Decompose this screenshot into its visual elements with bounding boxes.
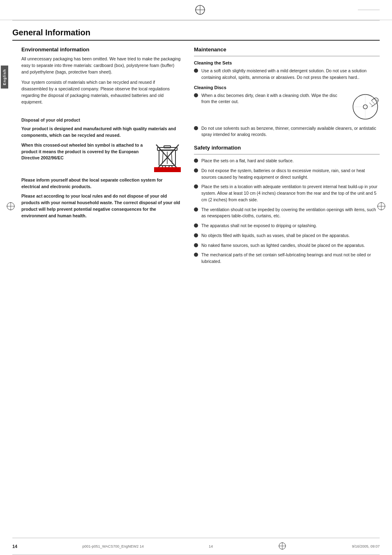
- disc-text2: Do not use solvents such as benzene, thi…: [201, 125, 380, 138]
- safety-item-1: Place the sets on a flat, hard and stabl…: [194, 158, 380, 164]
- svg-rect-5: [164, 146, 171, 148]
- disc-text1: When a disc becomes dirty, clean it with…: [201, 92, 346, 106]
- bin-image: [153, 142, 182, 173]
- environmental-section: Environmental information All unnecessar…: [21, 46, 182, 105]
- bullet-dot: [194, 126, 198, 130]
- safety-text-2: Do not expose the system, batteries or d…: [201, 168, 380, 181]
- safety-text-1: Place the sets on a flat, hard and stabl…: [201, 158, 294, 164]
- safety-text-5: The apparatus shall not be exposed to dr…: [201, 223, 317, 229]
- language-sidebar: English: [0, 66, 9, 89]
- safety-text-6: No objects filled with liquids, such as …: [201, 233, 350, 239]
- safety-text-3: Place the sets in a location with adequa…: [201, 184, 380, 203]
- svg-rect-14: [154, 167, 181, 172]
- cleaning-discs-list2: Do not use solvents such as benzene, thi…: [194, 125, 380, 138]
- cleaning-sets-text1: Use a soft cloth slightly moistened with…: [201, 68, 380, 81]
- crosshair-top-center-icon: [194, 4, 206, 16]
- safety-list: Place the sets on a flat, hard and stabl…: [194, 158, 380, 265]
- color-block: [358, 9, 380, 10]
- crosshair-right-icon: [376, 201, 386, 212]
- env-para1: All unnecessary packaging has been omitt…: [21, 56, 182, 75]
- safety-item-3: Place the sets in a location with adequa…: [194, 184, 380, 203]
- right-column: Maintenance Cleaning the Sets Use a soft…: [194, 46, 380, 268]
- page-title-section: General Information: [12, 21, 380, 41]
- safety-text-4: The ventilation should not be impeded by…: [201, 207, 380, 220]
- bullet-dot: [194, 253, 198, 257]
- disposal-para1: Your product is designed and manufacture…: [21, 126, 182, 139]
- disc-cleaning-icon: [351, 92, 380, 121]
- footer-filename: p001-p051_WACS700_EngNEW2 14: [82, 544, 143, 548]
- safety-item-2: Do not expose the system, batteries or d…: [194, 168, 380, 181]
- disposal-para3: Please act according to your local rules…: [21, 193, 182, 219]
- cleaning-sets-list: Use a soft cloth slightly moistened with…: [194, 68, 380, 81]
- footer-area: 14 p001-p051_WACS700_EngNEW2 14 14 9/16/…: [0, 538, 392, 555]
- maintenance-section: Maintenance Cleaning the Sets Use a soft…: [194, 46, 380, 138]
- disc-image: [351, 92, 380, 122]
- bullet-dot: [194, 207, 198, 212]
- page-title: General Information: [12, 28, 90, 37]
- safety-heading: Safety information: [194, 145, 380, 151]
- bin-section: When this crossed-out wheeled bin symbol…: [21, 142, 182, 173]
- top-bar: [0, 0, 392, 20]
- disposal-section: Disposal of your old product Your produc…: [21, 117, 182, 219]
- footer-page-num: 14: [209, 544, 213, 548]
- env-para2: Your system consists of materials which …: [21, 79, 182, 105]
- cleaning-discs-list: When a disc becomes dirty, clean it with…: [194, 92, 346, 106]
- bullet-dot: [194, 159, 198, 163]
- page-wrapper: General Information Environmental inform…: [0, 21, 392, 268]
- safety-item-6: No objects filled with liquids, such as …: [194, 233, 380, 239]
- safety-text-8: The mechanical parts of the set contain …: [201, 252, 380, 265]
- english-tab: English: [1, 66, 8, 89]
- left-column: Environmental information All unnecessar…: [21, 46, 182, 268]
- bullet-dot: [194, 93, 198, 97]
- footer-row: 14 p001-p051_WACS700_EngNEW2 14 14 9/16/…: [0, 538, 392, 555]
- disc-item2: Do not use solvents such as benzene, thi…: [194, 125, 380, 138]
- bin-text: When this crossed-out wheeled bin symbol…: [21, 142, 146, 161]
- crosshair-bottom-icon: [278, 541, 287, 551]
- safety-item-4: The ventilation should not be impeded by…: [194, 207, 380, 220]
- bullet-dot: [194, 243, 198, 247]
- bullet-dot: [194, 168, 198, 173]
- safety-item-5: The apparatus shall not be exposed to dr…: [194, 223, 380, 229]
- disc-section: When a disc becomes dirty, clean it with…: [194, 92, 380, 122]
- safety-item-7: No naked flame sources, such as lighted …: [194, 242, 380, 249]
- page-number: 14: [12, 544, 17, 549]
- bullet-dot: [194, 223, 198, 228]
- maintenance-heading: Maintenance: [194, 46, 380, 53]
- two-column-layout: Environmental information All unnecessar…: [12, 46, 380, 268]
- cleaning-sets-item1: Use a soft cloth slightly moistened with…: [194, 68, 380, 81]
- disposal-para2: Please inform yourself about the local s…: [21, 177, 182, 190]
- safety-item-8: The mechanical parts of the set contain …: [194, 252, 380, 265]
- environmental-heading: Environmental information: [21, 46, 182, 53]
- wheeled-bin-icon: [154, 143, 181, 172]
- bullet-dot: [194, 233, 198, 237]
- disc-item1: When a disc becomes dirty, clean it with…: [194, 92, 346, 106]
- cleaning-sets-heading: Cleaning the Sets: [194, 60, 380, 65]
- color-strip-right: [210, 9, 380, 10]
- crosshair-left-icon: [6, 201, 16, 212]
- cleaning-discs-heading: Cleaning Discs: [194, 85, 380, 90]
- footer-date: 9/16/2005, 09:07: [352, 544, 380, 548]
- bullet-dot: [194, 69, 198, 73]
- disc-content: When a disc becomes dirty, clean it with…: [194, 92, 346, 122]
- safety-text-7: No naked flame sources, such as lighted …: [201, 242, 365, 249]
- disposal-heading: Disposal of your old product: [21, 117, 182, 122]
- bullet-dot: [194, 184, 198, 189]
- safety-section: Safety information Place the sets on a f…: [194, 145, 380, 265]
